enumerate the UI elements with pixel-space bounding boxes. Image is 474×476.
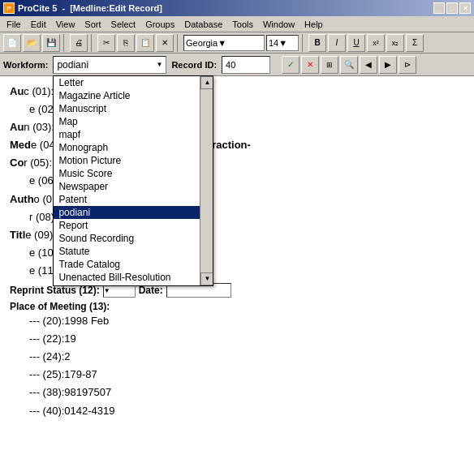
font-arrow-icon: ▼ xyxy=(218,38,226,48)
workform-arrow-icon: ▼ xyxy=(157,61,163,68)
paste-button[interactable]: 📋 xyxy=(136,34,154,52)
dropdown-item[interactable]: Music Score xyxy=(54,167,213,180)
record-id-field[interactable]: 40 xyxy=(222,56,270,74)
last-button[interactable]: ⊳ xyxy=(399,56,416,74)
menu-select[interactable]: Select xyxy=(106,18,141,31)
dropdown-item[interactable]: Letter xyxy=(54,76,213,89)
menu-database[interactable]: Database xyxy=(179,18,227,31)
scroll-up-button[interactable]: ▲ xyxy=(200,76,213,89)
cut-button[interactable]: ✂ xyxy=(97,34,115,52)
reprint-status-label: Reprint Status (12): xyxy=(10,285,100,296)
menu-tools[interactable]: Tools xyxy=(227,18,258,31)
menu-sort[interactable]: Sort xyxy=(80,18,106,31)
save-button[interactable]: 💾 xyxy=(42,34,60,52)
dropdown-scrollbar[interactable]: ▲ ▼ xyxy=(200,76,213,285)
record-nav-buttons: ✓ ✕ ⊞ 🔍 ◀ ▶ ⊳ xyxy=(282,56,416,74)
close-button[interactable]: ✕ xyxy=(459,2,471,14)
med-label: Med xyxy=(10,139,31,151)
maximize-button[interactable]: □ xyxy=(446,2,458,14)
date-row-25: --- (25):179-87 xyxy=(10,366,464,384)
underline-button[interactable]: U xyxy=(347,34,365,52)
dropdown-item[interactable]: Sound Recording xyxy=(54,232,213,245)
date-field-20: --- (20): xyxy=(29,315,64,327)
place-of-meeting-row: Place of Meeting (13): xyxy=(10,301,464,312)
date-value-38: 98197507 xyxy=(64,386,111,398)
field-09: e (09): xyxy=(25,229,56,241)
toolbar-separator-1 xyxy=(63,34,67,52)
date-value-20: 1998 Feb xyxy=(64,315,109,327)
menu-edit[interactable]: Edit xyxy=(26,18,51,31)
date-row-40: --- (40):0142-4319 xyxy=(10,402,464,420)
menu-file[interactable]: File xyxy=(2,18,26,31)
dropdown-item[interactable]: Statute xyxy=(54,245,213,258)
date-row-22: --- (22):19 xyxy=(10,330,464,348)
menu-window[interactable]: Window xyxy=(258,18,299,31)
x-mark-button[interactable]: ✕ xyxy=(301,56,319,74)
bold-button[interactable]: B xyxy=(308,34,326,52)
field-03: n (03): xyxy=(24,121,54,133)
au-label-01: Au xyxy=(10,85,24,97)
size-arrow-icon: ▼ xyxy=(278,38,287,48)
window-title: [Medline:Edit Record] xyxy=(70,3,162,13)
workform-label: Workform: xyxy=(3,60,48,70)
workform-dropdown-list[interactable]: LetterMagazine ArticleManuscriptMapmapfM… xyxy=(53,75,213,286)
record-id-value: 40 xyxy=(226,60,235,70)
font-size-selector[interactable]: 14 ▼ xyxy=(266,35,299,51)
copy-button[interactable]: ⎘ xyxy=(117,34,135,52)
print-button[interactable]: 🖨 xyxy=(70,34,88,52)
auth-label: Auth xyxy=(10,193,34,205)
date-row-20: --- (20):1998 Feb xyxy=(10,312,464,330)
dropdown-item[interactable]: Patent xyxy=(54,193,213,206)
dropdown-item[interactable]: Unenacted Bill-Resolution xyxy=(54,271,213,284)
dropdown-item[interactable]: Manuscript xyxy=(54,102,213,115)
date-value-24: 2 xyxy=(64,350,70,362)
dropdown-item[interactable]: Magazine Article xyxy=(54,89,213,102)
dropdown-item[interactable]: mapf xyxy=(54,128,213,141)
dropdown-item[interactable]: Newspaper xyxy=(54,180,213,193)
toolbar: 📄 📂 💾 🖨 ✂ ⎘ 📋 ✕ Georgia ▼ 14 ▼ B I U x² … xyxy=(0,32,474,54)
date-row-24: --- (24):2 xyxy=(10,348,464,366)
menu-groups[interactable]: Groups xyxy=(140,18,179,31)
date-value-22: 19 xyxy=(64,332,75,345)
prev-button[interactable]: ◀ xyxy=(360,56,377,74)
dropdown-item[interactable]: Motion Picture xyxy=(54,154,213,167)
workform-container: podiani ▼ LetterMagazine ArticleManuscri… xyxy=(53,56,166,74)
minimize-button[interactable]: _ xyxy=(433,2,445,14)
date-field-22: --- (22): xyxy=(29,332,64,345)
date-value-25: 179-87 xyxy=(64,368,97,380)
search-button[interactable]: 🔍 xyxy=(340,56,358,74)
grid-button[interactable]: ⊞ xyxy=(321,56,338,74)
superscript-button[interactable]: x² xyxy=(367,34,385,52)
toolbar-separator-2 xyxy=(91,34,94,52)
dropdown-item[interactable]: Map xyxy=(54,115,213,128)
symbol-button[interactable]: Σ xyxy=(406,34,424,52)
new-button[interactable]: 📄 xyxy=(3,34,21,52)
dropdown-item[interactable]: Unpublished Work xyxy=(54,284,213,286)
subscript-button[interactable]: x₂ xyxy=(386,34,404,52)
menu-help[interactable]: Help xyxy=(299,18,328,31)
dropdown-item[interactable]: Trade Catalog xyxy=(54,258,213,271)
clear-button[interactable]: ✕ xyxy=(156,34,174,52)
font-selector[interactable]: Georgia ▼ xyxy=(183,35,265,51)
italic-button[interactable]: I xyxy=(328,34,346,52)
dropdown-item[interactable]: Report xyxy=(54,219,213,232)
dropdown-item[interactable]: podiani xyxy=(54,206,213,219)
titl-label: Titl xyxy=(10,229,25,241)
next-button[interactable]: ▶ xyxy=(379,56,397,74)
date-field-25: --- (25): xyxy=(29,368,64,380)
font-name: Georgia xyxy=(186,38,218,48)
date-field-24: --- (24): xyxy=(29,350,64,362)
scroll-down-button[interactable]: ▼ xyxy=(200,272,213,285)
workform-dropdown[interactable]: podiani ▼ xyxy=(53,56,166,74)
check-mark-button[interactable]: ✓ xyxy=(282,56,299,74)
workform-bar: Workform: podiani ▼ LetterMagazine Artic… xyxy=(0,54,474,76)
menu-view[interactable]: View xyxy=(51,18,80,31)
date-label: Date: xyxy=(139,285,163,296)
workform-value: podiani xyxy=(57,59,88,71)
scroll-thumb xyxy=(200,89,213,272)
open-button[interactable]: 📂 xyxy=(23,34,41,52)
title-bar: P ProCite 5 - [Medline:Edit Record] _ □ … xyxy=(0,0,474,16)
record-id-label: Record ID: xyxy=(171,60,217,70)
dropdown-item[interactable]: Monograph xyxy=(54,141,213,154)
font-size-value: 14 xyxy=(269,38,278,48)
